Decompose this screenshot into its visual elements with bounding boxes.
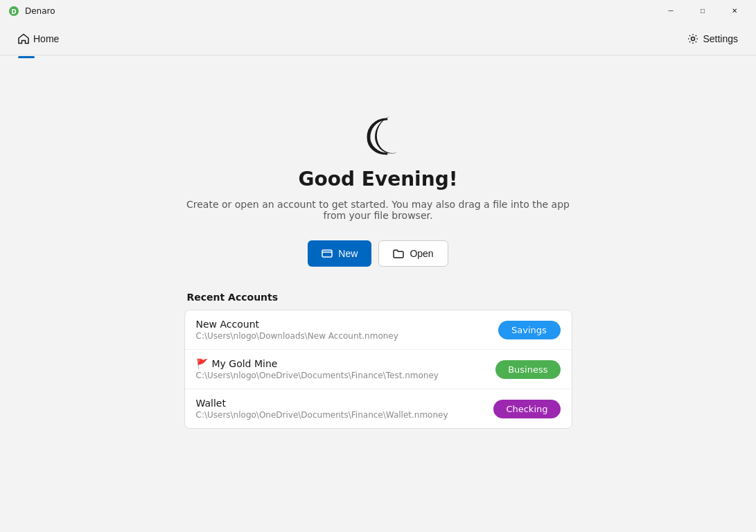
recent-account-item-3[interactable]: Wallet C:\Users\nlogo\OneDrive\Documents…	[185, 389, 572, 428]
recent-item-name-2: 🚩 My Gold Mine	[196, 358, 439, 369]
recent-account-item-2[interactable]: 🚩 My Gold Mine C:\Users\nlogo\OneDrive\D…	[185, 350, 572, 389]
titlebar-left: D Denaro	[8, 6, 55, 17]
open-button-label: Open	[410, 248, 433, 259]
nav-left: Home	[11, 29, 66, 48]
main-content: Good Evening! Create or open an account …	[0, 55, 756, 532]
minimize-button[interactable]: ─	[655, 0, 687, 22]
recent-item-name-3: Wallet	[196, 398, 448, 409]
greeting-subtitle: Create or open an account to get started…	[184, 199, 572, 221]
titlebar-controls: ─ □ ✕	[655, 0, 750, 22]
app-logo-icon: D	[8, 6, 19, 17]
recent-item-path-1: C:\Users\nlogo\Downloads\New Account.nmo…	[196, 331, 398, 341]
greeting-title: Good Evening!	[299, 168, 458, 190]
new-account-button[interactable]: New	[308, 240, 371, 267]
recent-item-info-1: New Account C:\Users\nlogo\Downloads\New…	[196, 319, 398, 341]
settings-button[interactable]: Settings	[680, 29, 745, 48]
maximize-button[interactable]: □	[687, 0, 719, 22]
titlebar: D Denaro ─ □ ✕	[0, 0, 756, 22]
action-buttons: New Open	[308, 240, 448, 267]
minimize-icon: ─	[668, 8, 673, 15]
flag-icon-2: 🚩	[196, 358, 208, 369]
home-nav-button[interactable]: Home	[11, 29, 66, 48]
recent-item-info-2: 🚩 My Gold Mine C:\Users\nlogo\OneDrive\D…	[196, 358, 439, 380]
open-account-button[interactable]: Open	[378, 240, 448, 267]
recent-item-info-3: Wallet C:\Users\nlogo\OneDrive\Documents…	[196, 398, 448, 420]
account-badge-checking: Checking	[493, 400, 560, 418]
close-icon: ✕	[732, 8, 737, 15]
home-icon	[18, 33, 29, 44]
account-badge-business: Business	[495, 360, 560, 379]
recent-item-name-1: New Account	[196, 319, 398, 330]
nav-right: Settings	[680, 29, 745, 48]
svg-point-2	[692, 37, 695, 40]
app-title: Denaro	[25, 6, 55, 16]
home-nav-indicator	[18, 56, 35, 58]
new-button-label: New	[338, 248, 358, 259]
recent-accounts-list: New Account C:\Users\nlogo\Downloads\New…	[184, 310, 572, 429]
close-button[interactable]: ✕	[719, 0, 750, 22]
recent-item-path-2: C:\Users\nlogo\OneDrive\Documents\Financ…	[196, 371, 439, 380]
svg-text:D: D	[11, 8, 16, 15]
recent-account-item-1[interactable]: New Account C:\Users\nlogo\Downloads\New…	[185, 310, 572, 350]
open-account-icon	[393, 248, 404, 259]
gear-icon	[687, 33, 698, 44]
recent-accounts-title: Recent Accounts	[184, 292, 572, 303]
svg-rect-3	[322, 250, 332, 257]
settings-nav-label: Settings	[703, 33, 738, 44]
account-badge-savings: Savings	[498, 321, 561, 339]
recent-item-path-3: C:\Users\nlogo\OneDrive\Documents\Financ…	[196, 410, 448, 420]
maximize-icon: □	[701, 8, 705, 15]
recent-accounts-section: Recent Accounts New Account C:\Users\nlo…	[184, 292, 572, 429]
home-nav-label: Home	[33, 33, 59, 44]
new-account-icon	[322, 248, 333, 259]
navbar: Home Settings	[0, 22, 756, 55]
moon-icon	[354, 111, 403, 159]
